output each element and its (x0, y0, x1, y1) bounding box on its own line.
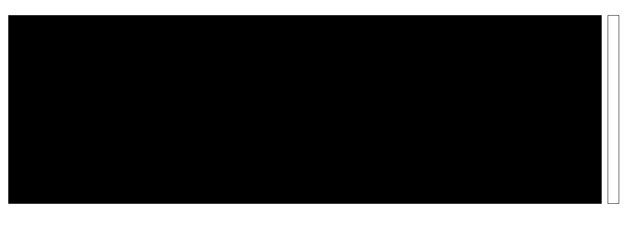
waterfall-canvas (9, 16, 601, 203)
waterfall-plot (8, 15, 602, 204)
colorbar (608, 15, 619, 204)
spectrogram-figure (0, 0, 644, 230)
